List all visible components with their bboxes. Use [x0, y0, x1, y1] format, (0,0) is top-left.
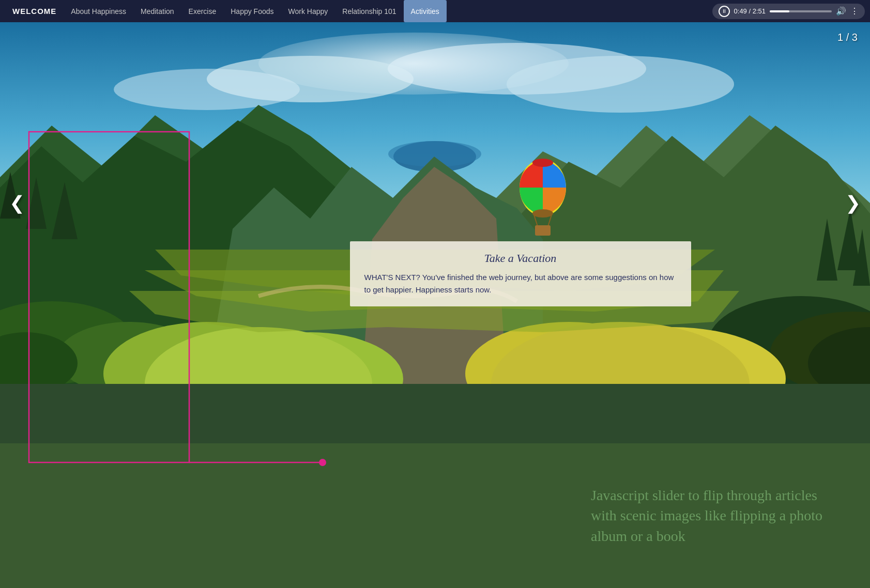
nav-work-happy[interactable]: Work Happy	[281, 0, 335, 22]
slide-title: Take a Vacation	[364, 252, 677, 265]
bottom-section: Javascript slider to flip through articl…	[0, 443, 870, 588]
slide-caption-text: WHAT'S NEXT? You've finished the web jou…	[364, 271, 677, 296]
svg-point-34	[532, 209, 553, 218]
slide-container: 1 / 3 ❮ ❯ Take a Vacation WHAT'S NEXT? Y…	[0, 22, 870, 384]
svg-point-33	[532, 159, 553, 167]
volume-icon[interactable]: 🔊	[836, 6, 846, 16]
nav-activities[interactable]: Activities	[404, 0, 447, 22]
slide-arrow-right[interactable]: ❯	[840, 187, 866, 219]
scenic-image	[0, 22, 870, 384]
navigation-bar: WELCOME About Happiness Meditation Exerc…	[0, 0, 870, 22]
play-pause-button[interactable]	[719, 6, 730, 17]
slide-caption-box: Take a Vacation WHAT'S NEXT? You've fini…	[350, 241, 691, 306]
audio-progress-fill	[770, 10, 789, 12]
audio-time: 0:49 / 2:51	[734, 7, 766, 15]
nav-exercise[interactable]: Exercise	[181, 0, 224, 22]
nav-about-happiness[interactable]: About Happiness	[64, 0, 133, 22]
more-options-icon[interactable]: ⋮	[850, 6, 859, 16]
audio-player: 0:49 / 2:51 🔊 ⋮	[712, 4, 865, 19]
nav-relationship-101[interactable]: Relationship 101	[335, 0, 403, 22]
svg-point-4	[114, 69, 300, 110]
svg-point-5	[507, 56, 734, 113]
nav-welcome[interactable]: WELCOME	[5, 0, 64, 22]
slide-counter: 1 / 3	[837, 32, 858, 43]
nav-meditation[interactable]: Meditation	[133, 0, 181, 22]
annotation-description: Javascript slider to flip through articl…	[591, 485, 829, 546]
nav-happy-foods[interactable]: Happy Foods	[223, 0, 281, 22]
audio-progress-bar[interactable]	[770, 10, 832, 12]
slide-arrow-left[interactable]: ❮	[4, 187, 30, 219]
svg-rect-37	[535, 225, 551, 236]
